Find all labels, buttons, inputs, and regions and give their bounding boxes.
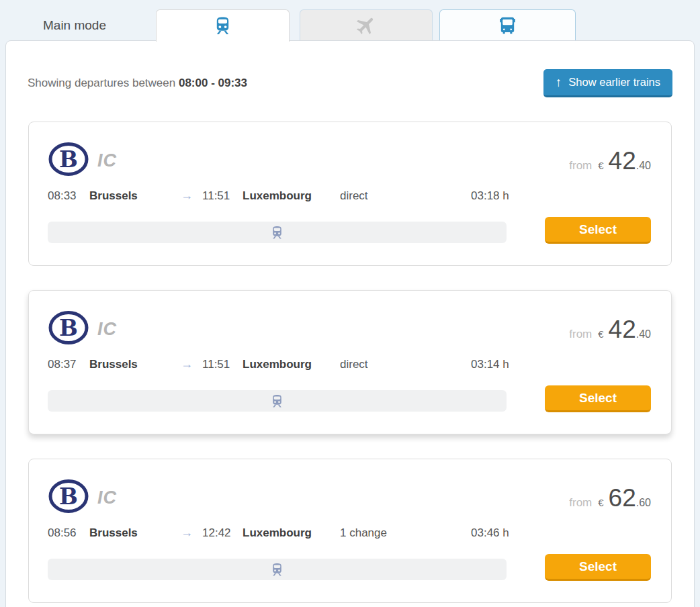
arrival-time: 12:42	[202, 526, 243, 540]
sncb-logo: B	[48, 478, 89, 517]
select-button[interactable]: Select	[545, 385, 651, 412]
results-panel: Showing departures between 08:00 - 09:33…	[5, 40, 695, 607]
route-arrow-icon: →	[181, 357, 202, 371]
arrival-time: 11:51	[202, 358, 243, 371]
destination-station: Luxembourg	[243, 189, 340, 203]
departure-time: 08:33	[48, 189, 89, 203]
up-arrow-icon: ↑	[556, 76, 562, 89]
results-header: Showing departures between 08:00 - 09:33…	[28, 69, 672, 97]
origin-station: Brussels	[89, 526, 181, 540]
sncb-logo: B	[48, 310, 89, 348]
price-major: 42	[609, 148, 636, 173]
route-arrow-icon: →	[181, 189, 202, 203]
price-minor: .40	[636, 160, 651, 172]
carrier-block: B IC	[48, 478, 117, 517]
price-block: from € 42 .40	[569, 148, 651, 173]
price-prefix: from	[569, 328, 592, 341]
sncb-logo: B	[48, 141, 89, 180]
svg-text:B: B	[59, 483, 78, 510]
price-block: from € 42 .40	[569, 317, 651, 342]
main-mode-label: Main mode	[43, 18, 106, 33]
plane-icon	[355, 14, 378, 37]
tab-train[interactable]	[156, 9, 290, 42]
price-minor: .40	[636, 328, 651, 340]
result-card[interactable]: B IC from € 42 .40 08:37 Brussels → 11:5…	[28, 290, 672, 434]
departure-range-prefix: Showing departures between	[28, 77, 175, 89]
carrier-block: B IC	[48, 141, 117, 180]
departure-time: 08:56	[48, 526, 89, 540]
show-earlier-trains-button[interactable]: ↑ Show earlier trains	[543, 69, 672, 97]
origin-station: Brussels	[89, 189, 181, 203]
show-earlier-trains-label: Show earlier trains	[568, 76, 660, 89]
duration: 03:46 h	[471, 526, 651, 540]
result-card[interactable]: B IC from € 62 .60 08:56 Brussels → 12:4…	[28, 459, 672, 603]
select-button[interactable]: Select	[545, 554, 651, 581]
journey-row: 08:56 Brussels → 12:42 Luxembourg 1 chan…	[48, 526, 651, 541]
stops-info: direct	[340, 358, 471, 371]
price-currency: €	[598, 160, 603, 171]
bus-icon	[498, 15, 517, 35]
departure-range-text: Showing departures between 08:00 - 09:33	[28, 77, 247, 90]
price-major: 62	[609, 485, 636, 510]
price-currency: €	[598, 328, 603, 340]
segment-bar	[48, 559, 507, 580]
train-icon	[213, 16, 232, 36]
segment-bar	[48, 390, 507, 412]
carrier-name: IC	[97, 150, 117, 171]
departure-time: 08:37	[48, 358, 89, 371]
origin-station: Brussels	[89, 358, 181, 371]
train-icon	[270, 226, 284, 240]
arrival-time: 11:51	[202, 189, 243, 203]
duration: 03:18 h	[471, 189, 651, 203]
result-card[interactable]: B IC from € 42 .40 08:33 Brussels → 11:5…	[28, 122, 672, 266]
segment-bar	[48, 222, 507, 243]
select-button[interactable]: Select	[545, 217, 651, 244]
journey-row: 08:37 Brussels → 11:51 Luxembourg direct…	[48, 357, 651, 372]
carrier-name: IC	[97, 319, 117, 340]
price-prefix: from	[569, 159, 592, 173]
journey-row: 08:33 Brussels → 11:51 Luxembourg direct…	[48, 189, 651, 203]
price-minor: .60	[636, 497, 651, 509]
tab-plane[interactable]	[300, 9, 433, 40]
destination-station: Luxembourg	[243, 526, 340, 540]
carrier-name: IC	[97, 487, 117, 508]
price-currency: €	[598, 497, 603, 508]
departure-range-times: 08:00 - 09:33	[179, 77, 247, 89]
svg-text:B: B	[59, 146, 78, 173]
price-block: from € 62 .60	[569, 485, 651, 510]
carrier-block: B IC	[48, 310, 117, 348]
price-major: 42	[609, 317, 636, 342]
train-icon	[270, 563, 284, 577]
stops-info: direct	[340, 189, 471, 203]
duration: 03:14 h	[471, 358, 651, 371]
price-prefix: from	[569, 496, 592, 510]
train-icon	[270, 394, 284, 408]
tab-bus[interactable]	[439, 9, 576, 40]
destination-station: Luxembourg	[243, 358, 340, 371]
stops-info: 1 change	[340, 526, 471, 540]
route-arrow-icon: →	[181, 526, 202, 540]
svg-text:B: B	[59, 315, 78, 341]
